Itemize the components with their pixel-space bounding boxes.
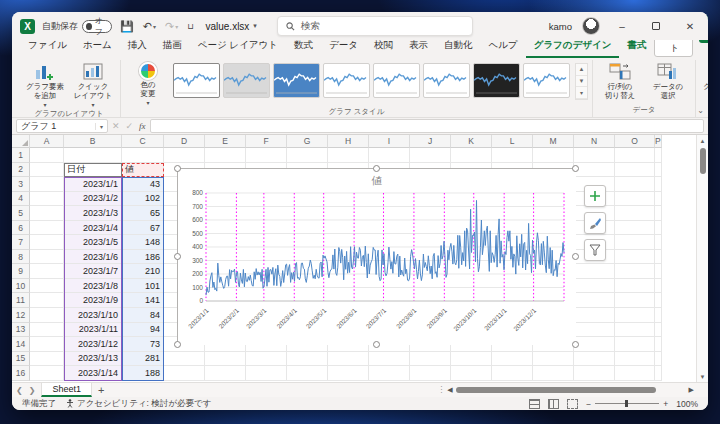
close-button[interactable]: ✕ xyxy=(678,16,702,36)
name-box-dropdown-icon[interactable]: ▾ xyxy=(95,123,103,130)
accessibility-status[interactable]: アクセシビリティ: 検討が必要です xyxy=(66,398,211,410)
cell-O3[interactable] xyxy=(615,177,655,192)
cell-P15[interactable] xyxy=(655,352,662,367)
cell-H15[interactable] xyxy=(328,352,369,367)
chart-elements-button[interactable] xyxy=(584,185,606,207)
add-sheet-button[interactable]: + xyxy=(98,384,104,396)
cell-B15[interactable]: 2023/1/13 xyxy=(64,352,122,367)
cell-H16[interactable] xyxy=(328,366,369,381)
document-title[interactable]: value.xlsx ▾ xyxy=(205,21,256,32)
cell-N9[interactable] xyxy=(574,264,615,279)
cell-B8[interactable]: 2023/1/6 xyxy=(64,250,122,265)
cell-J1[interactable] xyxy=(410,148,451,163)
chart-resize-handle-5[interactable] xyxy=(174,341,181,348)
cell-B5[interactable]: 2023/1/3 xyxy=(64,206,122,221)
cell-N11[interactable] xyxy=(574,293,615,308)
cell-B1[interactable] xyxy=(64,148,122,163)
column-header-N[interactable]: N xyxy=(574,135,615,148)
chart-style-thumbnail-5[interactable] xyxy=(373,63,420,98)
cell-C16[interactable]: 188 xyxy=(122,366,164,381)
cell-P14[interactable] xyxy=(655,337,662,352)
horizontal-scrollbar[interactable]: ⋮ ◀ ▶ xyxy=(437,385,694,394)
cell-L1[interactable] xyxy=(492,148,533,163)
cell-C14[interactable]: 73 xyxy=(122,337,164,352)
cell-G16[interactable] xyxy=(287,366,328,381)
cell-N2[interactable] xyxy=(574,163,615,178)
user-avatar[interactable] xyxy=(582,17,600,35)
column-header-J[interactable]: J xyxy=(410,135,451,148)
undo-button[interactable]: ↶▾ xyxy=(143,20,156,33)
name-box[interactable]: グラフ 1 ▾ xyxy=(16,119,108,133)
cell-O15[interactable] xyxy=(615,352,655,367)
chart-style-thumbnail-1[interactable] xyxy=(173,63,220,98)
cell-I1[interactable] xyxy=(369,148,410,163)
chart-style-thumbnail-6[interactable] xyxy=(423,63,470,98)
zoom-in-icon[interactable]: + xyxy=(663,399,668,409)
cell-A10[interactable] xyxy=(30,279,64,294)
cell-E1[interactable] xyxy=(205,148,246,163)
add-chart-element-button[interactable]: グラフ要素 を追加 ▾ xyxy=(22,60,68,108)
cell-A3[interactable] xyxy=(30,177,64,192)
cell-I16[interactable] xyxy=(369,366,410,381)
gallery-more-icon[interactable]: ▾ xyxy=(576,87,587,99)
cell-C10[interactable]: 101 xyxy=(122,279,164,294)
cell-O14[interactable] xyxy=(615,337,655,352)
redo-dropdown-icon[interactable]: ▾ xyxy=(175,23,178,30)
ribbon-tab-5[interactable]: 数式 xyxy=(286,37,321,58)
change-colors-button[interactable]: 色の 変更 ▾ xyxy=(125,60,171,106)
cell-P13[interactable] xyxy=(655,323,662,338)
ribbon-tab-1[interactable]: ホーム xyxy=(75,37,120,58)
cell-O7[interactable] xyxy=(615,235,655,250)
cell-N1[interactable] xyxy=(574,148,615,163)
cell-A12[interactable] xyxy=(30,308,64,323)
cell-P1[interactable] xyxy=(655,148,662,163)
scroll-up-icon[interactable]: ▲ xyxy=(700,135,706,146)
cell-D15[interactable] xyxy=(164,352,205,367)
row-header-14[interactable]: 14 xyxy=(12,337,30,352)
cell-M1[interactable] xyxy=(533,148,574,163)
chart-style-thumbnail-4[interactable] xyxy=(323,63,370,98)
cell-O9[interactable] xyxy=(615,264,655,279)
zoom-slider-thumb[interactable] xyxy=(625,400,628,407)
search-input[interactable]: 検索 xyxy=(277,16,473,36)
cell-C12[interactable]: 84 xyxy=(122,308,164,323)
cancel-entry-icon[interactable]: ✕ xyxy=(112,121,120,131)
cell-C6[interactable]: 67 xyxy=(122,221,164,236)
chart-resize-handle-4[interactable] xyxy=(572,253,579,260)
cell-B6[interactable]: 2023/1/4 xyxy=(64,221,122,236)
cell-B12[interactable]: 2023/1/10 xyxy=(64,308,122,323)
customize-qat-button[interactable]: ⊔ xyxy=(187,22,193,31)
cell-N15[interactable] xyxy=(574,352,615,367)
row-header-4[interactable]: 4 xyxy=(12,192,30,207)
chart-style-thumbnail-2[interactable] xyxy=(223,63,270,98)
cell-B13[interactable]: 2023/1/11 xyxy=(64,323,122,338)
cell-C8[interactable]: 186 xyxy=(122,250,164,265)
chart-filter-button[interactable] xyxy=(584,239,606,261)
cell-A16[interactable] xyxy=(30,366,64,381)
chart-resize-handle-6[interactable] xyxy=(373,341,380,348)
sheet-nav-left-icon[interactable]: ❮ xyxy=(16,386,23,395)
cell-P11[interactable] xyxy=(655,293,662,308)
cell-A15[interactable] xyxy=(30,352,64,367)
zoom-slider[interactable]: − + xyxy=(586,399,668,409)
cell-O6[interactable] xyxy=(615,221,655,236)
cell-C5[interactable]: 65 xyxy=(122,206,164,221)
cell-P6[interactable] xyxy=(655,221,662,236)
quick-layout-button[interactable]: クイック レイアウト ▾ xyxy=(70,60,116,108)
cell-O5[interactable] xyxy=(615,206,655,221)
chart-resize-handle-0[interactable] xyxy=(174,165,181,172)
cell-C11[interactable]: 141 xyxy=(122,293,164,308)
user-name[interactable]: kamo xyxy=(549,21,572,32)
formula-input[interactable] xyxy=(150,119,704,133)
page-break-view-button[interactable] xyxy=(567,399,578,409)
cell-C3[interactable]: 43 xyxy=(122,177,164,192)
ribbon-tab-3[interactable]: 描画 xyxy=(155,37,190,58)
column-header-P[interactable]: P xyxy=(655,135,662,148)
vertical-scrollbar[interactable]: ▲ ▼ xyxy=(696,135,708,382)
ribbon-tab-9[interactable]: 自動化 xyxy=(436,37,481,58)
insert-function-icon[interactable]: fx xyxy=(139,121,146,131)
column-header-K[interactable]: K xyxy=(451,135,492,148)
cell-E15[interactable] xyxy=(205,352,246,367)
cell-M16[interactable] xyxy=(533,366,574,381)
collapse-ribbon-icon[interactable]: ⌄ xyxy=(697,106,704,115)
